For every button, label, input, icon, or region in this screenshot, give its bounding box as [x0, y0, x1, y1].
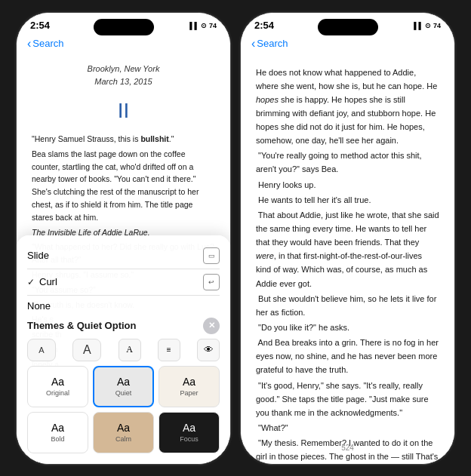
right-para-7: "Do you like it?" he asks. [256, 321, 439, 334]
theme-bold-aa: Aa [51, 422, 64, 434]
right-phone: 2:54 ▌▌ ⊙ 74 ‹ Search He does not know w… [240, 12, 455, 465]
left-nav-back[interactable]: ‹ Search [27, 37, 64, 51]
left-nav-back-label: Search [32, 38, 63, 49]
left-phone-screen: 2:54 ▌▌ ⊙ 74 ‹ Search Brooklyn, New York… [17, 13, 230, 464]
theme-calm-aa: Aa [117, 422, 130, 434]
font-small-button[interactable]: A [27, 339, 56, 361]
curl-option-row[interactable]: ✓ Curl ↩ [27, 269, 220, 296]
theme-focus[interactable]: Aa Focus [159, 412, 220, 453]
theme-original-label: Original [46, 389, 69, 397]
right-phone-screen: 2:54 ▌▌ ⊙ 74 ‹ Search He does not know w… [241, 13, 454, 464]
theme-calm-label: Calm [115, 435, 131, 443]
themes-grid: Aa Original Aa Quiet Aa Paper Aa Bold [27, 366, 220, 453]
para-2: Bea slams the last page down on the coff… [32, 148, 215, 224]
slide-icon: ▭ [203, 247, 220, 264]
theme-paper-label: Paper [180, 389, 198, 397]
theme-focus-label: Focus [180, 435, 199, 443]
right-back-arrow-icon: ‹ [251, 37, 255, 51]
right-para-4: He wants to tell her it's all true. [256, 193, 439, 207]
theme-calm[interactable]: Aa Calm [93, 412, 154, 453]
right-para-8: And Bea breaks into a grin. There is no … [256, 336, 439, 376]
themes-header-row: Themes & Quiet Option ✕ [27, 318, 220, 334]
book-header: Brooklyn, New York March 13, 2015 [32, 63, 215, 88]
theme-original-aa: Aa [51, 376, 64, 388]
theme-original[interactable]: Aa Original [27, 366, 88, 407]
theme-quiet[interactable]: Aa Quiet [93, 366, 154, 407]
right-nav-back-label: Search [257, 38, 288, 49]
font-large-button[interactable]: A [72, 339, 101, 361]
right-status-icons: ▌▌ ⊙ 74 [414, 22, 441, 29]
dynamic-island-left [94, 19, 154, 35]
right-para-2: "You're really going to method actor thi… [256, 149, 439, 176]
theme-quiet-label: Quiet [115, 389, 132, 397]
eye-button[interactable]: 👁 [197, 339, 220, 361]
theme-bold-label: Bold [51, 435, 64, 443]
left-status-time: 2:54 [30, 20, 50, 31]
right-reading-content: He does not know what happened to Addie,… [241, 55, 454, 461]
dynamic-island-right [318, 19, 378, 35]
none-label: None [27, 300, 51, 312]
right-para-1: He does not know what happened to Addie,… [256, 66, 439, 148]
curl-icon: ↩ [203, 274, 220, 290]
font-style-button[interactable]: A [119, 339, 141, 361]
left-phone: 2:54 ▌▌ ⊙ 74 ‹ Search Brooklyn, New York… [16, 12, 231, 465]
slide-label: Slide [27, 250, 49, 261]
book-header-line1: Brooklyn, New York [32, 63, 215, 75]
chapter-number: II [32, 94, 215, 127]
theme-quiet-aa: Aa [117, 376, 130, 388]
page-number: 524 [241, 444, 454, 452]
check-icon: ✓ [27, 277, 35, 287]
para-1: "Henry Samuel Strauss, this is bullshit.… [32, 133, 215, 146]
eye-icon: 👁 [204, 344, 214, 355]
themes-title: Themes & Quiet Option [27, 320, 136, 331]
theme-paper[interactable]: Aa Paper [159, 366, 220, 407]
none-option-row[interactable]: None [27, 296, 220, 316]
right-nav-back[interactable]: ‹ Search [251, 37, 288, 51]
theme-paper-aa: Aa [183, 376, 195, 388]
left-status-icons: ▌▌ ⊙ 74 [189, 22, 217, 29]
text-spacing-button[interactable]: ≡ [158, 339, 180, 361]
close-button[interactable]: ✕ [203, 318, 220, 334]
right-para-6: But she wouldn't believe him, so he lets… [256, 292, 439, 319]
phones-container: 2:54 ▌▌ ⊙ 74 ‹ Search Brooklyn, New York… [16, 12, 455, 465]
curl-label: Curl [39, 276, 57, 287]
left-nav-bar: ‹ Search [17, 35, 230, 55]
right-status-time: 2:54 [254, 20, 274, 31]
overlay-panel: Slide ▭ ✓ Curl ↩ None Themes & Q [17, 235, 230, 464]
right-para-10: "What?" [256, 421, 439, 435]
spacing-icon: ≡ [167, 345, 171, 354]
theme-focus-aa: Aa [183, 422, 195, 434]
slide-option-row[interactable]: Slide ▭ [27, 243, 220, 269]
right-para-9: "It's good, Henry," she says. "It's real… [256, 379, 439, 419]
text-format-icon: A [126, 344, 133, 355]
right-para-3: Henry looks up. [256, 178, 439, 192]
left-back-arrow-icon: ‹ [27, 37, 31, 51]
font-controls-row: A A A ≡ 👁 [27, 339, 220, 361]
right-para-5: That about Addie, just like he wrote, th… [256, 208, 439, 290]
right-nav-bar: ‹ Search [241, 35, 454, 55]
theme-bold[interactable]: Aa Bold [27, 412, 88, 453]
book-header-line2: March 13, 2015 [32, 75, 215, 88]
